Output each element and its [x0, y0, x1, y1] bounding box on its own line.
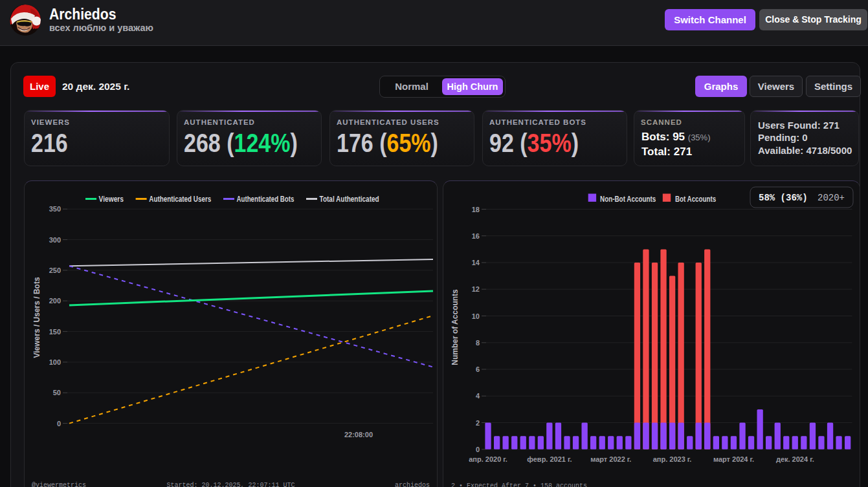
- svg-text:16: 16: [472, 232, 480, 240]
- svg-text:2020+: 2020+: [818, 193, 845, 203]
- svg-text:Viewers / Users / Bots: Viewers / Users / Bots: [32, 277, 41, 358]
- svg-text:февр. 2021 г.: февр. 2021 г.: [527, 455, 572, 463]
- svg-text:0: 0: [476, 446, 480, 453]
- svg-text:8: 8: [476, 339, 480, 347]
- svg-text:58% (36%): 58% (36%): [759, 193, 808, 203]
- svg-text:200: 200: [49, 297, 61, 305]
- svg-text:250: 250: [49, 266, 61, 274]
- svg-text:Authenticated Bots: Authenticated Bots: [237, 195, 295, 204]
- svg-text:март 2024 г.: март 2024 г.: [713, 455, 754, 463]
- svg-text:22:08:00: 22:08:00: [344, 431, 373, 438]
- svg-text:0: 0: [57, 420, 61, 427]
- svg-text:50: 50: [53, 389, 61, 396]
- svg-text:2: 2: [476, 419, 480, 427]
- svg-text:апр. 2023 г.: апр. 2023 г.: [653, 455, 692, 463]
- svg-text:150: 150: [49, 328, 61, 336]
- svg-text:4: 4: [476, 392, 480, 400]
- svg-text:дек. 2024 г.: дек. 2024 г.: [776, 455, 814, 463]
- svg-text:Viewers: Viewers: [99, 195, 124, 204]
- svg-text:12: 12: [472, 285, 480, 293]
- svg-text:март 2022 г.: март 2022 г.: [590, 455, 631, 463]
- svg-text:Total Authenticated: Total Authenticated: [320, 195, 379, 204]
- svg-text:апр. 2020 г.: апр. 2020 г.: [469, 455, 507, 463]
- svg-text:Non-Bot Accounts: Non-Bot Accounts: [600, 195, 656, 204]
- svg-text:Bot Accounts: Bot Accounts: [675, 195, 716, 204]
- svg-text:Number of Accounts: Number of Accounts: [451, 289, 460, 365]
- svg-text:14: 14: [472, 259, 480, 266]
- svg-text:100: 100: [49, 358, 61, 366]
- svg-text:6: 6: [476, 365, 480, 373]
- svg-text:Authenticated Users: Authenticated Users: [149, 195, 211, 204]
- svg-text:300: 300: [49, 236, 61, 244]
- svg-text:18: 18: [472, 206, 480, 213]
- svg-text:10: 10: [472, 312, 480, 320]
- svg-text:350: 350: [49, 205, 61, 213]
